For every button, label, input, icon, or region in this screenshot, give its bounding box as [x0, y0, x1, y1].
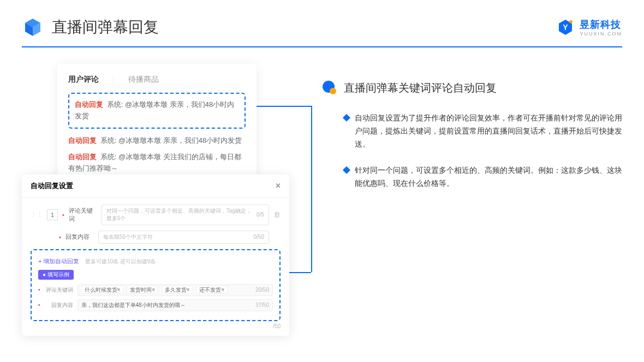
highlighted-comment: 自动回复 系统: @冰墩墩本墩 亲亲，我们48小时内发货: [68, 93, 246, 129]
brand: Y 昱新科技 YUUXIN.COM: [557, 18, 622, 37]
keyword-label: 评论关键词: [69, 207, 97, 223]
cube-icon: [22, 16, 44, 38]
bullet-text: 自动回复设置为了提升作者的评论回复效率，作者可在开播前针对常见的评论用户问题，提…: [355, 112, 622, 150]
svg-point-3: [330, 88, 336, 94]
chip[interactable]: 发货时间×: [127, 286, 158, 294]
chips: 什么时候发货× 发货时间× 多久发货× 还不发货×: [81, 286, 230, 294]
section-head: 直播间弹幕关键词评论自动回复: [322, 80, 622, 95]
required-dot: •: [62, 212, 64, 218]
comment-2: 自动回复 系统: @冰墩墩本墩 亲亲，我们48小时内发货: [68, 135, 246, 147]
diamond-icon: [343, 166, 350, 174]
ex-kw-counter: 20/50: [255, 287, 269, 293]
brand-sub: YUUXIN.COM: [580, 31, 622, 37]
add-hint: 最多可建10条 还可以创建9条: [85, 258, 156, 264]
brand-icon: Y: [557, 19, 574, 36]
page-header: 直播间弹幕回复 Y 昱新科技 YUUXIN.COM: [0, 0, 644, 44]
connector-line: [257, 106, 311, 107]
page-title: 直播间弹幕回复: [52, 17, 159, 38]
content-counter: 0/50: [254, 234, 264, 240]
diamond-icon: [343, 114, 350, 122]
svg-text:Y: Y: [563, 23, 569, 32]
tab-divider: |: [112, 75, 115, 85]
ex-content-counter: 37/50: [255, 302, 269, 308]
content-input[interactable]: 每条限50个中文字符 0/50: [98, 231, 269, 244]
chip[interactable]: 还不发货×: [196, 286, 228, 294]
content-label: 回复内容: [65, 233, 94, 241]
add-auto-reply-link[interactable]: + 增加自动回复: [38, 258, 79, 264]
right-column: 直播间弹幕关键词评论自动回复 自动回复设置为了提升作者的评论回复效率，作者可在开…: [322, 64, 622, 336]
close-icon[interactable]: ×: [276, 181, 281, 191]
keyword-counter: 0/5: [257, 212, 264, 218]
sys-label: 系统:: [107, 100, 123, 108]
settings-header: 自动回复设置 ×: [22, 174, 289, 198]
example-content-label: 回复内容: [45, 301, 73, 309]
sys-label: 系统:: [100, 136, 117, 144]
trash-icon[interactable]: 🗑: [273, 210, 281, 219]
sys-label: 系统:: [100, 153, 117, 161]
bullet-1: 自动回复设置为了提升作者的评论回复效率，作者可在开播前针对常见的评论用户问题，提…: [322, 112, 622, 150]
keyword-row: ⋮⋮ 1 • 评论关键词 对同一个问题，可设置多个相近、高频的关键词，Tag确定…: [31, 204, 281, 225]
content: 用户评论 | 待播商品 自动回复 系统: @冰墩墩本墩 亲亲，我们48小时内发货…: [0, 47, 644, 352]
connector-line: [311, 106, 312, 272]
settings-body: ⋮⋮ 1 • 评论关键词 对同一个问题，可设置多个相近、高频的关键词，Tag确定…: [22, 198, 289, 336]
add-row: + 增加自动回复 最多可建10条 还可以创建9条: [38, 256, 273, 266]
example-content-input[interactable]: 亲，我们这边都是下单48小时内发货的哦～ 37/50: [77, 299, 273, 311]
index-box: 1: [47, 209, 58, 220]
example-kw-label: 评论关键词: [45, 286, 73, 294]
example-keyword-row: • 评论关键词 什么时候发货× 发货时间× 多久发货× 还不发货× 20/50: [38, 284, 273, 296]
section-title: 直播间弹幕关键词评论自动回复: [344, 81, 497, 95]
example-content-text: 亲，我们这边都是下单48小时内发货的哦～: [81, 301, 186, 309]
chip[interactable]: 多久发货×: [162, 286, 193, 294]
comments-card: 用户评论 | 待播商品 自动回复 系统: @冰墩墩本墩 亲亲，我们48小时内发货…: [57, 64, 257, 185]
auto-reply-tag: 自动回复: [68, 136, 97, 144]
settings-card: 自动回复设置 × ⋮⋮ 1 • 评论关键词 对同一个问题，可设置多个相近、高频的…: [22, 174, 289, 336]
content-placeholder: 每条限50个中文字符: [103, 233, 153, 241]
example-content-row: • 回复内容 亲，我们这边都是下单48小时内发货的哦～ 37/50: [38, 299, 273, 311]
comment-text: @冰墩墩本墩 亲亲，我们48小时内发货: [118, 136, 242, 144]
example-kw-input[interactable]: 什么时候发货× 发货时间× 多久发货× 还不发货× 20/50: [77, 284, 273, 296]
chip[interactable]: 什么时候发货×: [81, 286, 124, 294]
bullet-text: 针对同一个问题，可设置多个相近的、高频的关键词。例如：这款多少钱、这块能优惠吗、…: [355, 164, 622, 190]
required-dot: •: [59, 234, 61, 240]
brand-name: 昱新科技: [580, 19, 621, 30]
svg-point-1: [569, 20, 573, 23]
keyword-placeholder: 对同一个问题，可设置多个相近、高频的关键词，Tag确定，最多5个: [106, 207, 257, 222]
bullet-2: 针对同一个问题，可设置多个相近的、高频的关键词。例如：这款多少钱、这块能优惠吗、…: [322, 164, 622, 190]
drag-icon[interactable]: ⋮⋮: [31, 211, 43, 218]
auto-reply-tag: 自动回复: [75, 100, 103, 108]
tabs: 用户评论 | 待播商品: [68, 75, 246, 85]
comment-1: 自动回复 系统: @冰墩墩本墩 亲亲，我们48小时内发货: [75, 99, 239, 122]
bubble-icon: [322, 80, 337, 95]
keyword-input[interactable]: 对同一个问题，可设置多个相近、高频的关键词，Tag确定，最多5个 0/5: [102, 204, 269, 225]
auto-reply-tag: 自动回复: [68, 153, 97, 161]
tab-comments[interactable]: 用户评论: [68, 75, 99, 85]
example-badge: ● 填写示例: [38, 270, 74, 280]
left-column: 用户评论 | 待播商品 自动回复 系统: @冰墩墩本墩 亲亲，我们48小时内发货…: [22, 64, 289, 336]
example-box: + 增加自动回复 最多可建10条 还可以创建9条 ● 填写示例 • 评论关键词 …: [31, 249, 281, 321]
required-dot: •: [38, 302, 40, 308]
comment-3: 自动回复 系统: @冰墩墩本墩 关注我们的店铺，每日都有热门推荐呦～: [68, 152, 246, 174]
tab-products[interactable]: 待播商品: [128, 75, 159, 85]
required-dot: •: [38, 287, 40, 293]
brand-text-wrap: 昱新科技 YUUXIN.COM: [580, 18, 622, 37]
settings-title: 自动回复设置: [31, 181, 73, 191]
bottom-counter: /50: [31, 323, 281, 329]
content-row: • 回复内容 每条限50个中文字符 0/50: [31, 231, 281, 244]
